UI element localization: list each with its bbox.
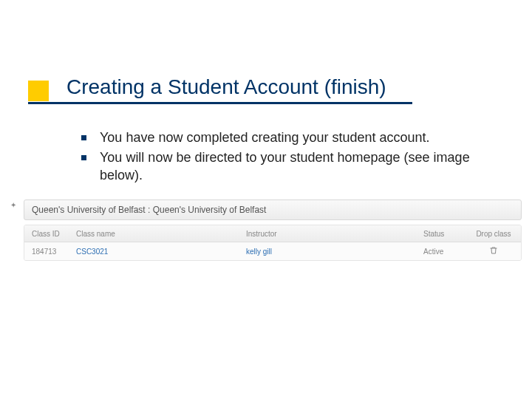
table-header-row: Class ID Class name Instructor Status Dr… [24, 225, 521, 242]
cell-status: Active [423, 248, 475, 256]
bullet-text: You have now completed creating your stu… [100, 129, 430, 146]
header-instructor: Instructor [246, 230, 423, 238]
star-icon: ✦ [10, 201, 16, 209]
breadcrumb: Queen's University of Belfast : Queen's … [24, 200, 522, 220]
header-drop: Drop class [475, 230, 512, 238]
header-class-id: Class ID [24, 230, 76, 238]
cell-class-name[interactable]: CSC3021 [76, 248, 246, 256]
bullet-marker-icon [81, 135, 86, 140]
accent-square [28, 81, 49, 101]
bullet-marker-icon [81, 155, 86, 160]
title-underline [28, 102, 412, 104]
trash-icon[interactable] [489, 248, 498, 256]
class-table: Class ID Class name Instructor Status Dr… [24, 225, 522, 261]
slide: Creating a Student Account (finish) You … [0, 0, 532, 399]
embedded-screenshot: ✦ Queen's University of Belfast : Queen'… [10, 200, 522, 261]
cell-class-id: 184713 [24, 248, 76, 256]
bullet-item: You have now completed creating your stu… [81, 129, 495, 146]
table-row: 184713 CSC3021 kelly gill Active [24, 242, 521, 260]
slide-title: Creating a Student Account (finish) [66, 75, 386, 99]
bullet-text: You will now be directed to your student… [100, 149, 495, 184]
bullet-item: You will now be directed to your student… [81, 149, 495, 184]
cell-drop[interactable] [475, 246, 512, 256]
cell-instructor[interactable]: kelly gill [246, 248, 423, 256]
header-status: Status [423, 230, 475, 238]
bullet-list: You have now completed creating your stu… [81, 129, 495, 187]
header-class-name: Class name [76, 230, 246, 238]
